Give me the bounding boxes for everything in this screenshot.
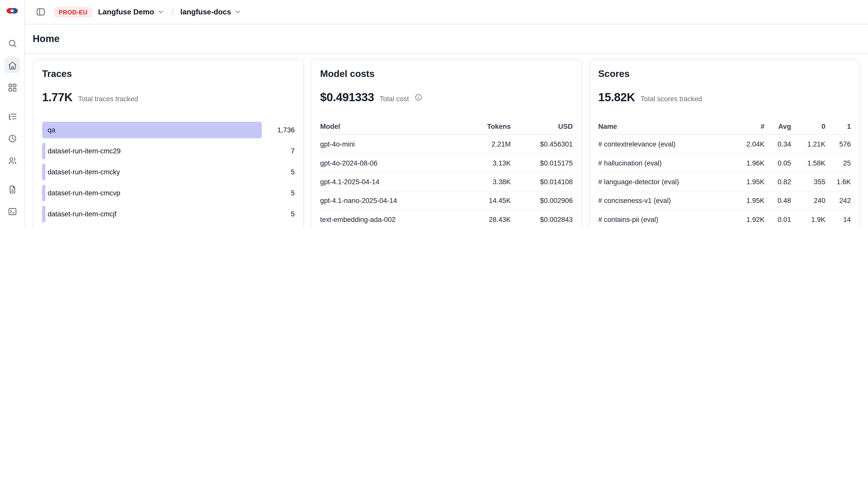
sidebar-toggle-icon[interactable]: [33, 4, 48, 20]
trace-row[interactable]: dataset-run-item-cmcjf5: [42, 206, 295, 222]
table-row: # conciseness-v1 (eval)1.95K0.48240242: [598, 191, 851, 210]
column-header: Tokens: [457, 122, 511, 130]
table-row: text-embedding-ada-00228.43K$0.002843: [320, 210, 573, 228]
table-cell: 1.96K: [732, 159, 764, 167]
trace-value: 5: [291, 189, 295, 197]
table-cell: 240: [791, 197, 825, 205]
trace-value: 7: [291, 147, 295, 155]
chevron-down-icon: [157, 8, 165, 15]
table-cell: gpt-4.1-2025-04-14: [320, 178, 457, 186]
column-header: Name: [598, 122, 733, 130]
trace-row[interactable]: dataset-run-item-cmcky5: [42, 164, 295, 180]
column-header: 0: [791, 122, 825, 130]
langfuse-logo-icon[interactable]: [5, 5, 19, 15]
tracing-list-tree-icon[interactable]: [4, 108, 20, 124]
info-icon[interactable]: [415, 93, 423, 101]
trace-label: dataset-run-item-cmcjf: [42, 210, 117, 218]
org-switcher[interactable]: Langfuse Demo: [98, 8, 165, 16]
topbar: PROD-EU Langfuse Demo / langfuse-docs: [25, 0, 868, 24]
trace-label: dataset-run-item-cmcvp: [42, 189, 120, 197]
table-cell: 1.21K: [791, 140, 825, 148]
table-cell: gpt-4.1-nano-2025-04-14: [320, 197, 457, 205]
table-cell: 1.95K: [732, 178, 764, 186]
trace-row[interactable]: qa1,736: [42, 122, 295, 138]
table-cell: 3.13K: [457, 159, 511, 167]
trace-value: 1,736: [277, 126, 295, 134]
traces-total-label: Total traces tracked: [78, 95, 138, 103]
table-cell: 0.82: [764, 178, 791, 186]
column-header: #: [732, 122, 764, 130]
users-icon[interactable]: [4, 153, 20, 168]
dashboard-content: Traces 1.77K Total traces tracked qa1,73…: [25, 54, 868, 228]
trace-label: dataset-run-item-cmcky: [42, 168, 120, 176]
table-cell: 2.04K: [732, 140, 764, 148]
app-window: FK PROD-EU Langfuse Demo / langfuse-docs: [0, 0, 868, 228]
table-header-row: ModelTokensUSD: [320, 119, 573, 135]
card-title: Model costs: [320, 69, 573, 80]
sessions-clock-icon[interactable]: [4, 131, 20, 146]
table-cell: 576: [825, 140, 851, 148]
model-costs-metric: $0.491333: [320, 91, 374, 104]
table-cell: 1.92K: [732, 216, 764, 224]
page-title: Home: [25, 24, 868, 54]
column-header: Avg: [764, 122, 791, 130]
table-cell: 28.43K: [457, 216, 511, 224]
table-cell: # conciseness-v1 (eval): [598, 197, 733, 205]
table-header-row: Name#Avg01: [598, 119, 851, 135]
table-cell: text-embedding-ada-002: [320, 216, 457, 224]
trace-row[interactable]: dataset-run-item-cmcvp5: [42, 185, 295, 202]
model-costs-label: Total cost: [380, 95, 409, 103]
table-cell: 1.9K: [791, 216, 825, 224]
table-cell: $0.014108: [511, 178, 573, 186]
dashboards-grid-icon[interactable]: [4, 80, 20, 95]
table-row: # contains-pii (eval)1.92K0.011.9K14: [598, 210, 851, 228]
playground-terminal-icon[interactable]: [4, 204, 20, 219]
table-cell: 3.38K: [457, 178, 511, 186]
table-cell: 0.01: [764, 216, 791, 224]
table-cell: $0.015175: [511, 159, 573, 167]
table-cell: 14.45K: [457, 197, 511, 205]
traces-card: Traces 1.77K Total traces tracked qa1,73…: [33, 59, 304, 228]
table-cell: 0.48: [764, 197, 791, 205]
prompts-file-icon[interactable]: [4, 181, 20, 197]
table-cell: 2.21M: [457, 140, 511, 148]
trace-value: 5: [291, 210, 295, 218]
trace-value: 5: [291, 168, 295, 176]
table-cell: 1.6K: [825, 178, 851, 186]
breadcrumb-separator: /: [171, 7, 174, 17]
table-row: # language-detector (eval)1.95K0.823551.…: [598, 173, 851, 191]
scores-table: Name#Avg01# contextrelevance (eval)2.04K…: [598, 119, 851, 228]
search-icon[interactable]: [4, 35, 20, 51]
table-row: gpt-4o-mini2.21M$0.456301: [320, 135, 573, 154]
table-cell: $0.002843: [511, 216, 573, 224]
project-name: langfuse-docs: [180, 8, 231, 16]
traces-total-metric: 1.77K: [42, 91, 72, 104]
scores-total-metric: 15.82K: [598, 91, 635, 104]
table-cell: # hallucination (eval): [598, 159, 733, 167]
table-row: gpt-4.1-nano-2025-04-1414.45K$0.002906: [320, 191, 573, 210]
table-cell: 1.58K: [791, 159, 825, 167]
table-cell: # contains-pii (eval): [598, 216, 733, 224]
table-cell: gpt-4o-2024-08-06: [320, 159, 457, 167]
scores-card: Scores 15.82K Total scores tracked Name#…: [589, 59, 860, 228]
table-cell: $0.456301: [511, 140, 573, 148]
trace-label: dataset-run-item-cmc29: [42, 147, 120, 155]
trace-label: qa: [42, 126, 55, 134]
card-title: Scores: [598, 69, 851, 80]
table-cell: 1.95K: [732, 197, 764, 205]
table-cell: 14: [825, 216, 851, 224]
home-icon[interactable]: [4, 58, 20, 73]
traces-bar-list: qa1,736dataset-run-item-cmc297dataset-ru…: [42, 122, 295, 222]
table-cell: 0.34: [764, 140, 791, 148]
trace-bar: [42, 122, 262, 138]
column-header: 1: [825, 122, 851, 130]
table-cell: # contextrelevance (eval): [598, 140, 733, 148]
table-cell: # language-detector (eval): [598, 178, 733, 186]
environment-badge: PROD-EU: [54, 6, 92, 17]
project-switcher[interactable]: langfuse-docs: [180, 8, 241, 16]
trace-row[interactable]: dataset-run-item-cmc297: [42, 143, 295, 159]
column-header: USD: [511, 122, 573, 130]
model-costs-card: Model costs $0.491333 Total cost ModelTo…: [311, 59, 582, 228]
sidebar: FK: [0, 0, 25, 228]
model-costs-table: ModelTokensUSDgpt-4o-mini2.21M$0.456301g…: [320, 119, 573, 228]
